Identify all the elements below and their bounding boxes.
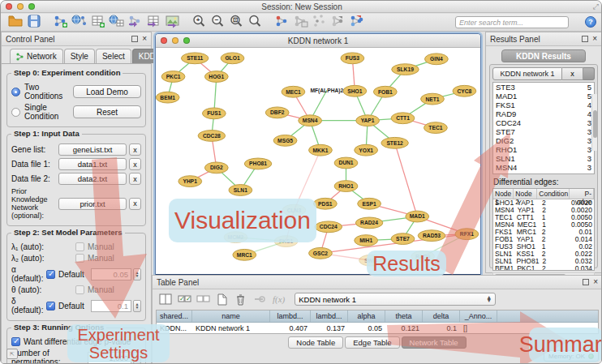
network-node-bem1[interactable]: BEM1 xyxy=(156,92,179,103)
network-node-rad9[interactable]: RAD9 xyxy=(411,251,435,262)
network-node-cdc28[interactable]: CDC28 xyxy=(198,131,226,142)
network-node-ste12[interactable]: STE12 xyxy=(381,137,409,148)
clear-data-file-2-button[interactable]: x xyxy=(129,173,141,185)
theta-manual-checkbox[interactable] xyxy=(75,285,84,294)
import-table-db-icon[interactable] xyxy=(108,13,125,28)
network-node-dbf2[interactable]: DBF2 xyxy=(265,107,289,118)
new-table-icon[interactable] xyxy=(213,292,230,306)
first-neighbors-icon[interactable] xyxy=(273,13,290,28)
network-node-glo1[interactable]: GLO1 xyxy=(221,53,244,64)
network-node-hog1[interactable]: HOG1 xyxy=(204,71,228,83)
degree-list-item[interactable]: STE73 xyxy=(493,127,594,136)
network-node-cln3[interactable]: CLN3 xyxy=(282,204,306,216)
import-network-file-icon[interactable] xyxy=(52,13,69,28)
pvalue-checkbox[interactable] xyxy=(11,337,20,346)
network-node-rho1[interactable]: RHO1 xyxy=(334,181,358,192)
zoom-in-icon[interactable]: + xyxy=(191,13,208,28)
vertical-scrollbar[interactable] xyxy=(591,94,597,151)
table-row[interactable]: KDDN...KDDN network 10.4070.1370.050.121… xyxy=(157,323,598,334)
degree-list-item[interactable]: RHO13 xyxy=(493,145,594,154)
network-node-tec1[interactable]: TEC1 xyxy=(424,122,448,134)
network-table[interactable]: shared...namelambd...lambd...alphathetad… xyxy=(156,310,599,334)
window-titlebar[interactable]: Session: New Session ⤢ xyxy=(1,1,602,13)
network-node-fus1[interactable]: FUS1 xyxy=(202,108,226,119)
network-node-mkk1[interactable]: MKK1 xyxy=(309,144,333,156)
zoom-out-icon[interactable]: − xyxy=(209,13,226,28)
network-node-sln1[interactable]: SLN1 xyxy=(229,185,252,196)
export-network-icon[interactable] xyxy=(127,13,144,28)
alpha-stepper[interactable]: ▲▼ xyxy=(133,268,141,280)
diff-column-header[interactable]: Condition xyxy=(537,189,570,199)
network-node-gin4[interactable]: GIN4 xyxy=(425,54,449,65)
network-node-ste11[interactable]: STE11 xyxy=(181,53,209,64)
close-panel-icon[interactable]: × xyxy=(142,36,147,42)
network-node-mf(alpha)2[interactable]: MF(ALPHA)2 xyxy=(310,88,343,94)
degree-list-item[interactable]: MAD15 xyxy=(493,92,594,101)
delete-table-icon[interactable] xyxy=(232,292,248,306)
memory-status-badge[interactable]: Memory: OK xyxy=(544,350,599,362)
table-column-header[interactable]: lambd... xyxy=(311,310,348,322)
import-table-file-icon[interactable] xyxy=(89,13,106,28)
kddn-network-subtab[interactable]: KDDN network 1 xyxy=(492,67,562,80)
select-all-icon[interactable]: ✓✓ xyxy=(176,292,192,306)
close-panel-icon[interactable]: × xyxy=(593,279,598,285)
network-canvas[interactable]: STE11GLO1PKC1HOG1BEM1FUS1CDC28MEC1DBF2MS… xyxy=(156,48,480,276)
node-degree-list[interactable]: STE35MAD15FKS14RAD94CDC243STE73DIG23RHO1… xyxy=(492,82,595,174)
network-node-mrc1[interactable]: MRC1 xyxy=(233,249,256,260)
network-compare-icon[interactable] xyxy=(348,13,365,28)
network-node-dig2[interactable]: DIG2 xyxy=(204,162,228,173)
delta-value-field[interactable]: 0.1 xyxy=(91,300,131,312)
close-subtab-button[interactable]: x xyxy=(562,67,583,80)
network-window-titlebar[interactable]: KDDN network 1 xyxy=(156,34,480,48)
two-conditions-radio[interactable] xyxy=(11,88,20,96)
network-node-esp1[interactable]: ESP1 xyxy=(358,198,381,209)
export-image-icon[interactable] xyxy=(164,13,181,28)
new-network-from-selection-icon[interactable] xyxy=(311,13,328,28)
single-condition-radio[interactable] xyxy=(11,108,20,117)
network-node-pds1[interactable]: PDS1 xyxy=(313,198,337,209)
network-node-msn4[interactable]: MSN4 xyxy=(299,115,322,126)
diff-column-header[interactable]: Node 1 xyxy=(493,189,514,199)
network-node-net1[interactable]: NET1 xyxy=(421,93,445,105)
degree-list-item[interactable]: RAD94 xyxy=(493,109,594,118)
diff-edge-row[interactable]: BEM1PKC120.034 xyxy=(493,265,594,271)
import-network-db-icon[interactable] xyxy=(71,13,88,28)
zoom-selected-icon[interactable] xyxy=(247,13,264,28)
table-select-dropdown[interactable]: KDDN network 1 ▲▼ xyxy=(295,293,496,306)
tab-node-table[interactable]: Node Table xyxy=(288,336,343,349)
clear-gene-list-button[interactable]: x xyxy=(129,143,141,156)
lambda1-manual-checkbox[interactable] xyxy=(75,242,84,251)
network-node-mec1[interactable]: MEC1 xyxy=(282,86,305,97)
degree-list-item[interactable]: FKS14 xyxy=(493,101,594,109)
degree-list-item[interactable]: MSN43 xyxy=(493,163,594,172)
tab-edge-table[interactable]: Edge Table xyxy=(345,336,399,349)
table-column-header[interactable]: shared... xyxy=(157,310,192,322)
search-input[interactable] xyxy=(455,16,569,28)
float-panel-icon[interactable] xyxy=(582,36,588,42)
data-file-1-button[interactable]: data1.txt xyxy=(58,158,127,170)
open-session-icon[interactable] xyxy=(6,13,24,28)
clear-prior-network-button[interactable]: x xyxy=(129,198,141,210)
float-panel-icon[interactable] xyxy=(131,36,138,42)
fullscreen-icon[interactable]: ⤢ xyxy=(593,2,599,11)
save-session-icon[interactable] xyxy=(25,13,42,28)
tab-network[interactable]: Network xyxy=(10,49,63,63)
network-node-swi4[interactable]: SWI4 xyxy=(359,255,383,266)
degree-list-item[interactable]: SLN13 xyxy=(493,154,594,163)
network-node-mad1[interactable]: MAD1 xyxy=(406,211,429,222)
network-node-rad53[interactable]: RAD53 xyxy=(418,230,445,242)
close-panel-icon[interactable]: × xyxy=(592,36,597,42)
table-column-header[interactable]: delta xyxy=(423,310,460,322)
network-node-pkc1[interactable]: PKC1 xyxy=(161,71,185,83)
data-file-2-button[interactable]: data2.txt xyxy=(58,173,127,185)
alpha-value-field[interactable]: 0.05 xyxy=(91,268,131,280)
network-node-yap1[interactable]: YAP1 xyxy=(356,115,380,126)
show-columns-icon[interactable] xyxy=(157,292,174,306)
kddn-results-tab[interactable]: KDDN Results xyxy=(501,49,586,62)
help-icon[interactable]: ? xyxy=(585,16,596,28)
network-node-ste7[interactable]: STE7 xyxy=(391,233,415,245)
permutations-field[interactable]: 1,000 xyxy=(88,352,131,364)
permutations-stepper[interactable]: ▲▼ xyxy=(133,352,141,364)
prior-network-file-button[interactable]: prior.txt xyxy=(58,198,127,210)
diff-column-header[interactable]: Node 2 xyxy=(514,189,537,199)
